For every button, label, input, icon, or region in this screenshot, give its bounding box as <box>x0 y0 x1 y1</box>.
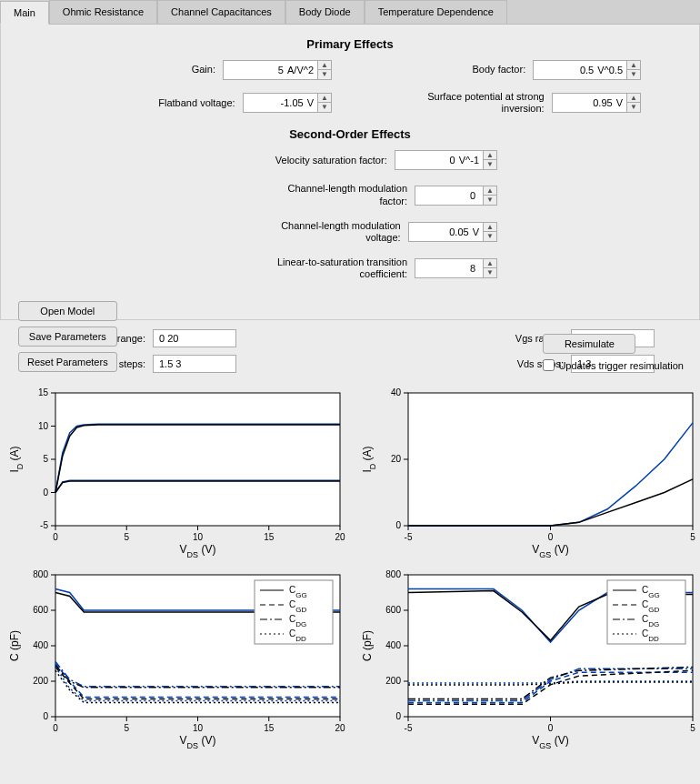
svg-text:800: 800 <box>385 569 401 579</box>
svg-text:400: 400 <box>385 640 401 650</box>
linsat-row: Linear-to-saturation transition coeffici… <box>59 256 641 280</box>
gain-row: Gain: A/V^2 ▲▼ <box>59 60 332 80</box>
svg-text:5: 5 <box>690 723 695 733</box>
up-arrow-icon[interactable]: ▲ <box>627 94 640 103</box>
svg-text:ID  (A): ID (A) <box>8 446 25 472</box>
svg-text:0: 0 <box>53 532 58 542</box>
down-arrow-icon[interactable]: ▼ <box>627 70 640 79</box>
plot-c-vgs: -5050200400600800VGS (V)C (pF)CGGCGDCDGC… <box>358 568 700 749</box>
svg-text:40: 40 <box>391 387 402 397</box>
reset-params-button[interactable]: Reset Parameters <box>18 352 117 372</box>
gain-spin: A/V^2 ▲▼ <box>223 60 332 80</box>
down-arrow-icon[interactable]: ▼ <box>318 103 331 112</box>
plot-c-vds: 051015200200400600800VDS (V)C (pF)CGGCGD… <box>5 568 349 749</box>
trigger-checkbox-row[interactable]: Updates trigger resimulation <box>543 359 684 371</box>
trigger-checkbox[interactable] <box>543 359 555 371</box>
linsat-input[interactable] <box>415 260 479 276</box>
svg-rect-23 <box>408 393 693 526</box>
svg-text:10: 10 <box>193 532 204 542</box>
svg-text:20: 20 <box>391 454 402 464</box>
svg-text:0: 0 <box>43 487 48 497</box>
svg-text:0: 0 <box>53 723 58 733</box>
velocity-input[interactable] <box>395 152 459 168</box>
bodyfactor-label: Body factor: <box>473 64 526 75</box>
down-arrow-icon[interactable]: ▼ <box>627 103 640 112</box>
svg-text:0: 0 <box>548 723 554 733</box>
svg-text:5: 5 <box>690 532 695 542</box>
svg-text:600: 600 <box>385 605 401 615</box>
svg-text:VDS  (V): VDS (V) <box>180 543 216 558</box>
tab-temperature[interactable]: Temperature Dependence <box>365 0 507 24</box>
svg-text:20: 20 <box>335 532 345 542</box>
gain-label: Gain: <box>192 64 215 75</box>
down-arrow-icon[interactable]: ▼ <box>484 196 496 205</box>
surface-row: Surface potential at strong inversion: V… <box>368 91 641 115</box>
vgs-steps-input[interactable] <box>153 355 236 373</box>
svg-text:15: 15 <box>264 532 275 542</box>
svg-text:VGS  (V): VGS (V) <box>532 543 568 558</box>
svg-text:400: 400 <box>33 640 48 650</box>
svg-text:0: 0 <box>395 711 401 721</box>
bodyfactor-input[interactable] <box>534 62 597 78</box>
svg-text:800: 800 <box>33 569 48 579</box>
down-arrow-icon[interactable]: ▼ <box>484 232 496 241</box>
tab-main[interactable]: Main <box>0 1 49 25</box>
tab-capacitances[interactable]: Channel Capacitances <box>157 0 285 24</box>
svg-text:10: 10 <box>38 420 49 430</box>
up-arrow-icon[interactable]: ▲ <box>484 259 496 268</box>
open-model-button[interactable]: Open Model <box>18 301 117 321</box>
lambda-input[interactable] <box>415 187 479 204</box>
down-arrow-icon[interactable]: ▼ <box>484 268 496 277</box>
svg-text:5: 5 <box>43 454 48 464</box>
gain-unit: A/V^2 <box>287 65 317 75</box>
surface-input[interactable] <box>553 95 616 111</box>
svg-text:5: 5 <box>124 723 129 733</box>
up-arrow-icon[interactable]: ▲ <box>318 61 331 70</box>
svg-text:-5: -5 <box>405 723 413 733</box>
svg-text:15: 15 <box>38 387 49 397</box>
svg-text:0: 0 <box>548 532 554 542</box>
up-arrow-icon[interactable]: ▲ <box>627 61 640 70</box>
svg-text:0: 0 <box>43 711 48 721</box>
up-arrow-icon[interactable]: ▲ <box>484 186 496 196</box>
up-arrow-icon[interactable]: ▲ <box>484 151 496 160</box>
svg-text:15: 15 <box>264 723 275 733</box>
tab-body-diode[interactable]: Body Diode <box>285 0 365 24</box>
surface-label: Surface potential at strong inversion: <box>408 91 545 115</box>
tab-ohmic[interactable]: Ohmic Resistance <box>49 0 157 24</box>
vds-range-input[interactable] <box>153 329 236 347</box>
svg-text:VGS  (V): VGS (V) <box>532 734 568 749</box>
clmv-input[interactable] <box>409 224 473 240</box>
svg-text:600: 600 <box>33 605 48 615</box>
main-panel: Primary Effects Gain: A/V^2 ▲▼ Body fact… <box>0 25 700 320</box>
flatband-label: Flatband voltage: <box>158 97 235 109</box>
flatband-input[interactable] <box>244 95 307 111</box>
primary-title: Primary Effects <box>17 37 683 51</box>
plot-grid: 05101520-5051015VDS (V)ID (A) -50502040V… <box>0 380 700 749</box>
clmv-row: Channel-length modulation voltage: V ▲▼ <box>59 220 641 244</box>
svg-text:0: 0 <box>395 520 401 530</box>
svg-text:-5: -5 <box>40 520 48 530</box>
svg-rect-0 <box>55 393 340 526</box>
resim-block: Resimulate Updates trigger resimulation <box>543 334 684 371</box>
down-arrow-icon[interactable]: ▼ <box>318 70 331 79</box>
lambda-row: Channel-length modulation factor: ▲▼ <box>59 183 641 206</box>
svg-text:5: 5 <box>124 532 129 542</box>
up-arrow-icon[interactable]: ▲ <box>318 94 331 103</box>
resimulate-button[interactable]: Resimulate <box>543 334 635 354</box>
svg-text:10: 10 <box>193 723 204 733</box>
svg-text:C (pF): C (pF) <box>8 630 21 661</box>
velocity-row: Velocity saturation factor: V^-1 ▲▼ <box>59 150 641 170</box>
plot-id-vgs: -50502040VGS (V)ID (A) <box>358 386 700 558</box>
up-arrow-icon[interactable]: ▲ <box>484 223 496 232</box>
svg-text:ID  (A): ID (A) <box>361 446 377 472</box>
gain-input[interactable] <box>224 62 287 78</box>
plot-id-vds: 05101520-5051015VDS (V)ID (A) <box>5 386 349 558</box>
svg-text:C (pF): C (pF) <box>361 630 374 661</box>
tab-bar: Main Ohmic Resistance Channel Capacitanc… <box>0 0 700 25</box>
svg-text:-5: -5 <box>405 532 413 542</box>
svg-text:200: 200 <box>33 676 48 686</box>
save-params-button[interactable]: Save Parameters <box>18 327 117 347</box>
left-button-column: Open Model Save Parameters Reset Paramet… <box>18 301 117 372</box>
down-arrow-icon[interactable]: ▼ <box>484 160 496 169</box>
